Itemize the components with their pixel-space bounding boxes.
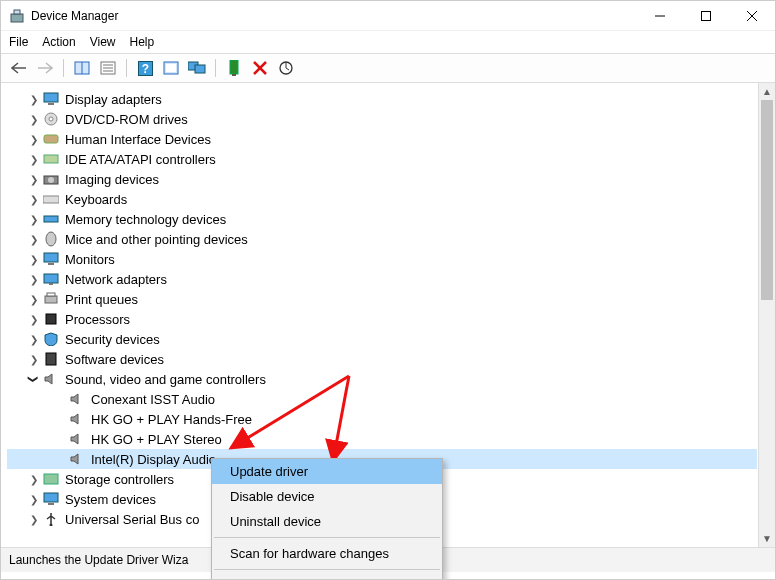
minimize-button[interactable] (637, 1, 683, 31)
chevron-right-icon[interactable]: ❯ (27, 292, 41, 306)
monitor-icon (43, 251, 59, 267)
context-menu-uninstall-device[interactable]: Uninstall device (212, 509, 442, 534)
show-hidden-button[interactable] (70, 57, 94, 79)
statusbar-text: Launches the Update Driver Wiza (9, 553, 188, 567)
chevron-right-icon[interactable]: ❯ (27, 512, 41, 526)
menu-action[interactable]: Action (42, 35, 75, 49)
scroll-up-button[interactable]: ▲ (759, 83, 775, 100)
chevron-right-icon[interactable]: ❯ (27, 172, 41, 186)
menu-file[interactable]: File (9, 35, 28, 49)
svg-point-45 (50, 524, 53, 527)
tree-node-network[interactable]: ❯Network adapters (7, 269, 757, 289)
chevron-right-icon[interactable]: ❯ (27, 312, 41, 326)
chevron-right-icon[interactable]: ❯ (27, 92, 41, 106)
scroll-thumb[interactable] (761, 100, 773, 300)
tree-node-label: Display adapters (65, 92, 162, 107)
chevron-right-icon[interactable]: ❯ (27, 152, 41, 166)
usb-icon (43, 511, 59, 527)
tree-node-print[interactable]: ❯Print queues (7, 289, 757, 309)
chevron-right-icon[interactable]: ❯ (27, 272, 41, 286)
tree-node-mice[interactable]: ❯Mice and other pointing devices (7, 229, 757, 249)
tree-node-imaging[interactable]: ❯Imaging devices (7, 169, 757, 189)
add-legacy-button[interactable] (222, 57, 246, 79)
tree-node-software[interactable]: ❯Software devices (7, 349, 757, 369)
remove-button[interactable] (248, 57, 272, 79)
vertical-scrollbar[interactable]: ▲ ▼ (758, 83, 775, 547)
tree-node-display-adapters[interactable]: ❯Display adapters (7, 89, 757, 109)
chevron-down-icon[interactable]: ❯ (27, 372, 41, 386)
chevron-right-icon[interactable]: ❯ (27, 212, 41, 226)
tree-leaf-hk-handsfree[interactable]: HK GO + PLAY Hands-Free (7, 409, 757, 429)
context-menu-update-driver[interactable]: Update driver (212, 459, 442, 484)
tree-node-sound[interactable]: ❯Sound, video and game controllers (7, 369, 757, 389)
svg-point-33 (46, 232, 56, 246)
tree-node-label: Sound, video and game controllers (65, 372, 266, 387)
tree-node-label: Universal Serial Bus co (65, 512, 199, 527)
context-menu-properties[interactable]: Properties (212, 573, 442, 580)
monitor-icon (43, 91, 59, 107)
tree-node-label: System devices (65, 492, 156, 507)
refresh-button[interactable] (274, 57, 298, 79)
svg-rect-3 (702, 11, 711, 20)
maximize-button[interactable] (683, 1, 729, 31)
system-icon (43, 491, 59, 507)
svg-point-26 (49, 117, 53, 121)
window-title: Device Manager (31, 9, 118, 23)
scroll-down-button[interactable]: ▼ (759, 530, 775, 547)
tree-node-label: IDE ATA/ATAPI controllers (65, 152, 216, 167)
forward-button[interactable] (33, 57, 57, 79)
tree-node-dvd[interactable]: ❯DVD/CD-ROM drives (7, 109, 757, 129)
keyboard-icon (43, 191, 59, 207)
tree-node-monitors[interactable]: ❯Monitors (7, 249, 757, 269)
svg-rect-39 (47, 293, 55, 296)
menu-help[interactable]: Help (130, 35, 155, 49)
second-monitor-button[interactable] (185, 57, 209, 79)
svg-rect-44 (48, 503, 54, 505)
chevron-right-icon[interactable]: ❯ (27, 352, 41, 366)
close-button[interactable] (729, 1, 775, 31)
tree-node-memory[interactable]: ❯Memory technology devices (7, 209, 757, 229)
properties-button[interactable] (96, 57, 120, 79)
chevron-right-icon[interactable]: ❯ (27, 192, 41, 206)
tree-node-processors[interactable]: ❯Processors (7, 309, 757, 329)
tree-node-label: Network adapters (65, 272, 167, 287)
speaker-icon (69, 431, 85, 447)
tree-node-label: Keyboards (65, 192, 127, 207)
context-menu-disable-device[interactable]: Disable device (212, 484, 442, 509)
chevron-right-icon[interactable]: ❯ (27, 472, 41, 486)
svg-point-30 (48, 177, 54, 183)
tree-leaf-hk-stereo[interactable]: HK GO + PLAY Stereo (7, 429, 757, 449)
tree-node-label: Memory technology devices (65, 212, 226, 227)
chevron-right-icon[interactable]: ❯ (27, 492, 41, 506)
menu-view[interactable]: View (90, 35, 116, 49)
svg-rect-34 (44, 253, 58, 262)
chevron-right-icon[interactable]: ❯ (27, 332, 41, 346)
tree-node-hid[interactable]: ❯Human Interface Devices (7, 129, 757, 149)
tree-node-ide[interactable]: ❯IDE ATA/ATAPI controllers (7, 149, 757, 169)
speaker-icon (69, 451, 85, 467)
speaker-icon (69, 391, 85, 407)
chevron-right-icon[interactable]: ❯ (27, 252, 41, 266)
tree-node-keyboards[interactable]: ❯Keyboards (7, 189, 757, 209)
svg-rect-35 (48, 263, 54, 265)
svg-rect-15 (166, 64, 176, 72)
svg-rect-27 (44, 135, 58, 143)
context-menu-scan[interactable]: Scan for hardware changes (212, 541, 442, 566)
chevron-right-icon[interactable]: ❯ (27, 132, 41, 146)
tree-node-label: Human Interface Devices (65, 132, 211, 147)
help-button[interactable]: ? (133, 57, 157, 79)
scroll-track[interactable] (759, 100, 775, 530)
back-button[interactable] (7, 57, 31, 79)
disc-icon (43, 111, 59, 127)
tree-leaf-conexant[interactable]: Conexant ISST Audio (7, 389, 757, 409)
tree-node-label: HK GO + PLAY Hands-Free (91, 412, 252, 427)
chevron-right-icon[interactable]: ❯ (27, 232, 41, 246)
tree-node-security[interactable]: ❯Security devices (7, 329, 757, 349)
tree-node-label: Software devices (65, 352, 164, 367)
scan-button[interactable] (159, 57, 183, 79)
svg-rect-38 (45, 296, 57, 303)
chevron-right-icon[interactable]: ❯ (27, 112, 41, 126)
tree-node-label: Intel(R) Display Audio (91, 452, 216, 467)
svg-rect-32 (44, 216, 58, 222)
speaker-icon (69, 411, 85, 427)
